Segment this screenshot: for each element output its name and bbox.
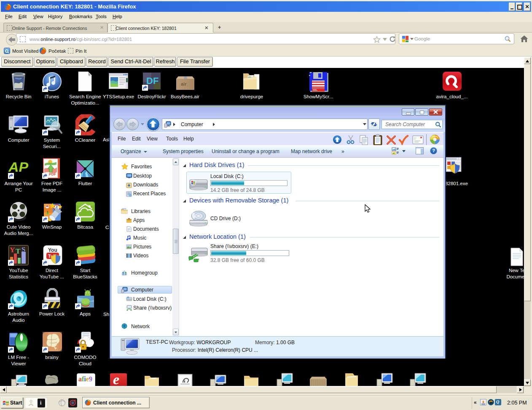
svg-text:AP: AP bbox=[8, 160, 28, 175]
svg-text:You: You bbox=[48, 247, 57, 253]
svg-text:DF: DF bbox=[146, 76, 159, 86]
svg-text:Y: Y bbox=[10, 246, 15, 254]
svg-text:air: air bbox=[181, 81, 187, 86]
svg-text:PDF: PDF bbox=[49, 172, 56, 176]
